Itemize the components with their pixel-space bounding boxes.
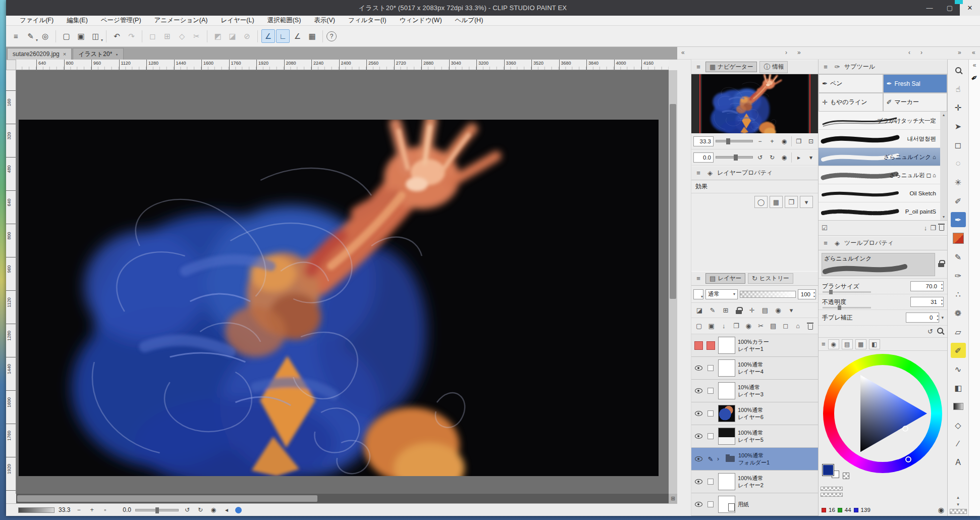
help-icon[interactable]: ? — [326, 31, 337, 41]
color-mix-tab-icon[interactable]: ◧ — [869, 339, 880, 349]
panel-menu-icon[interactable]: ≡ — [694, 275, 703, 282]
visibility-eye-icon[interactable] — [693, 502, 704, 507]
fit-window-icon[interactable]: ❐ — [794, 136, 804, 146]
collapse-icon[interactable]: › — [920, 49, 922, 56]
brush-row-selected[interactable]: ざらニュルインク⌂ — [819, 148, 947, 166]
subtool-group-haze[interactable]: ✛もやのライン — [819, 93, 883, 112]
draft-layer-icon[interactable]: ✎ — [706, 304, 719, 317]
rotate-cw-icon[interactable]: ↻ — [767, 152, 777, 163]
quick-pen-icon[interactable]: ✒ — [968, 72, 980, 84]
layer-row-5[interactable]: 100%通常 レイヤー5 — [691, 425, 818, 448]
auto-select-tool-icon[interactable]: ✳ — [951, 175, 966, 190]
close-button[interactable]: ✕ — [960, 0, 980, 16]
scroll-down-icon[interactable]: ▾ — [957, 502, 959, 507]
apply-mask-icon[interactable]: ▤ — [768, 320, 779, 332]
layer-row-3[interactable]: 10%通常 レイヤー3 — [691, 380, 818, 402]
sv-triangle[interactable] — [836, 367, 929, 460]
clip-mask-icon[interactable]: ◪ — [693, 304, 705, 317]
invert-selection-icon[interactable]: ◩ — [211, 29, 225, 43]
panel-menu-icon[interactable]: ≡ — [821, 239, 830, 247]
subtool-group-marker[interactable]: ✐マーカー — [883, 93, 948, 112]
collapse-icon[interactable]: ‹ — [908, 49, 910, 56]
smart-select-icon[interactable]: ◻ — [780, 320, 792, 332]
spinner-arrows[interactable]: ▴▾ — [941, 298, 943, 306]
zoom-reset-icon[interactable]: ◉ — [779, 136, 789, 146]
figure-tool-icon[interactable]: ◇ — [951, 418, 966, 433]
color-picker-mode-icon[interactable]: ◉ — [938, 506, 944, 514]
slider-handle[interactable] — [734, 154, 738, 161]
more-icon[interactable]: ▾ — [785, 304, 797, 317]
tab-close-icon[interactable]: × — [63, 51, 66, 57]
delete-layer-icon[interactable] — [805, 320, 816, 332]
visibility-eye-icon[interactable] — [693, 388, 704, 393]
minimize-button[interactable]: — — [919, 0, 940, 16]
select-shape-icon[interactable]: ◇ — [175, 29, 189, 43]
paper-thumbnail[interactable] — [717, 496, 736, 513]
eyedropper-tool-icon[interactable]: ✐ — [951, 193, 966, 209]
zoom-in-icon[interactable]: + — [767, 136, 777, 146]
collapse-icon[interactable]: « — [972, 49, 975, 56]
zoom-slider[interactable] — [18, 507, 55, 513]
stabilization-value[interactable]: 0 ▴▾ — [906, 313, 939, 323]
layer-checkbox[interactable] — [705, 365, 716, 371]
layer-thumbnail[interactable] — [717, 473, 736, 490]
rotate-ccw-icon[interactable]: ↺ — [755, 152, 765, 163]
duplicate-layer-icon[interactable]: ❐ — [731, 320, 742, 332]
home-icon[interactable]: ⌂ — [792, 320, 804, 332]
folder-icon[interactable] — [724, 456, 737, 462]
layer-checkbox[interactable] — [705, 501, 716, 507]
layer-thumbnail[interactable] — [717, 382, 736, 399]
menu-page[interactable]: ページ管理(P) — [94, 16, 148, 25]
layer-row-7[interactable]: 100%通常 レイヤー2 — [691, 471, 818, 493]
navigator-rotation-value[interactable]: 0.0 — [693, 152, 714, 163]
layer-thumbnail[interactable] — [717, 359, 736, 377]
layer-checkbox[interactable] — [705, 433, 716, 439]
rotate-reset-icon[interactable]: ◉ — [779, 152, 789, 163]
hand-tool-icon[interactable]: ☝ — [951, 81, 966, 96]
layer-checkbox[interactable] — [705, 410, 716, 417]
spinner-arrows[interactable]: ▴▾ — [937, 314, 938, 322]
mask-icon[interactable]: ✂ — [755, 320, 767, 332]
scrollbar-thumb[interactable] — [17, 495, 317, 502]
panel-menu-icon[interactable]: ≡ — [694, 169, 703, 177]
layer-row-paper[interactable]: 用紙 — [691, 493, 818, 516]
show-all-checkbox[interactable]: ☑ — [822, 224, 828, 232]
color-set-tab-icon[interactable]: ▦ — [855, 339, 866, 349]
tab-navigator[interactable]: ▦ナビゲーター — [705, 62, 757, 72]
strip-opacity-bar[interactable] — [950, 509, 967, 514]
layer-color-effect-icon[interactable]: ❐ — [785, 196, 798, 208]
tab-info[interactable]: ⓘ情報 — [759, 61, 788, 73]
layer-thumbnail[interactable] — [717, 428, 736, 445]
layer-row-4[interactable]: 100%通常 レイヤー6 — [691, 402, 818, 425]
opacity-mini-slider[interactable] — [821, 487, 843, 491]
layer-row-1[interactable]: 100%カラー レイヤー1 — [691, 334, 818, 357]
eraser-tool-icon[interactable]: ▱ — [951, 324, 966, 339]
slider-handle[interactable] — [726, 138, 730, 144]
tab-layers[interactable]: ▤レイヤー — [705, 273, 745, 284]
airbrush-tool-icon[interactable]: ∴ — [951, 287, 966, 302]
scrollbar-thumb[interactable] — [670, 104, 676, 299]
snap-grid-icon[interactable]: ∠ — [291, 29, 304, 43]
brush-tool-icon[interactable]: ✑ — [951, 268, 966, 283]
undo-icon[interactable]: ↶ — [110, 29, 124, 43]
slider-handle[interactable] — [838, 305, 841, 310]
expand-selection-icon[interactable]: ◪ — [226, 29, 239, 43]
collapse-icon[interactable]: « — [681, 49, 685, 56]
navigator-zoom-slider[interactable] — [716, 140, 753, 142]
rotation-slider[interactable] — [135, 509, 179, 511]
layer-checkbox[interactable] — [705, 388, 716, 394]
subtool-group-fresh[interactable]: ✒Fresh Sal — [883, 74, 948, 93]
main-color-swatch[interactable] — [823, 464, 834, 476]
select-add-icon[interactable]: ⊞ — [160, 29, 174, 43]
brush-preview-box[interactable]: ざらニュルインク — [822, 253, 935, 276]
color-slider-tab-icon[interactable]: ▤ — [842, 339, 853, 349]
density-mini-slider[interactable] — [821, 493, 843, 497]
layer-color-mark[interactable] — [693, 341, 704, 350]
visibility-eye-icon[interactable] — [693, 366, 704, 371]
tone-effect-icon[interactable]: ▦ — [770, 196, 783, 208]
menu-file[interactable]: ファイル(F) — [13, 16, 60, 25]
panel-menu-icon[interactable]: ≡ — [822, 340, 826, 348]
layer-opacity-value[interactable]: 100 ▴▾ — [798, 289, 816, 299]
spinner-arrows[interactable]: ▴▾ — [813, 290, 815, 298]
tab-history[interactable]: ↻ヒストリー — [748, 273, 793, 284]
